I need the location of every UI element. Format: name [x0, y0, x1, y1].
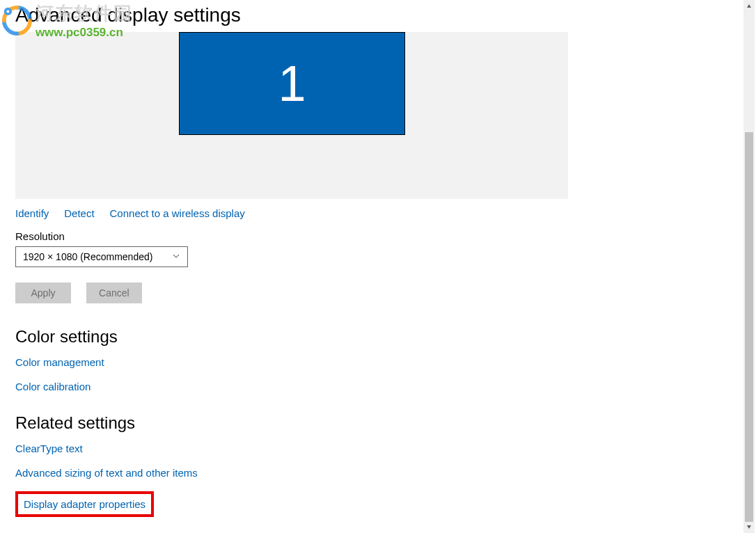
apply-button[interactable]: Apply: [15, 283, 71, 303]
identify-link[interactable]: Identify: [15, 207, 49, 219]
svg-marker-1: [747, 525, 751, 529]
cleartype-link[interactable]: ClearType text: [15, 443, 83, 454]
related-settings-header: Related settings: [15, 413, 756, 433]
advanced-sizing-link[interactable]: Advanced sizing of text and other items: [15, 467, 198, 479]
cancel-button[interactable]: Cancel: [86, 283, 142, 303]
page-title: Advanced display settings: [15, 1, 756, 26]
color-calibration-link[interactable]: Color calibration: [15, 381, 90, 392]
display-adapter-link[interactable]: Display adapter properties: [15, 491, 154, 517]
scroll-up-arrow-icon[interactable]: [743, 0, 755, 13]
resolution-select[interactable]: 1920 × 1080 (Recommended): [15, 246, 188, 267]
apply-cancel-row: Apply Cancel: [15, 283, 756, 303]
display-action-links: Identify Detect Connect to a wireless di…: [15, 207, 756, 219]
vertical-scrollbar[interactable]: [743, 0, 755, 533]
color-links-block: Color management Color calibration: [15, 356, 756, 392]
resolution-label: Resolution: [15, 230, 756, 242]
monitor-number-label: 1: [278, 55, 306, 112]
resolution-value: 1920 × 1080 (Recommended): [23, 251, 152, 262]
detect-link[interactable]: Detect: [64, 207, 94, 219]
display-preview-area: 1: [15, 32, 568, 199]
related-links-block: ClearType text Advanced sizing of text a…: [15, 443, 756, 524]
scrollbar-thumb[interactable]: [745, 132, 753, 522]
color-management-link[interactable]: Color management: [15, 356, 104, 368]
settings-content: Advanced display settings 1 Identify Det…: [0, 0, 756, 524]
chevron-down-icon: [172, 251, 180, 262]
svg-marker-0: [747, 4, 751, 8]
monitor-1-preview[interactable]: 1: [179, 32, 405, 135]
scroll-down-arrow-icon[interactable]: [743, 520, 755, 533]
color-settings-header: Color settings: [15, 327, 756, 347]
connect-wireless-link[interactable]: Connect to a wireless display: [110, 207, 245, 219]
